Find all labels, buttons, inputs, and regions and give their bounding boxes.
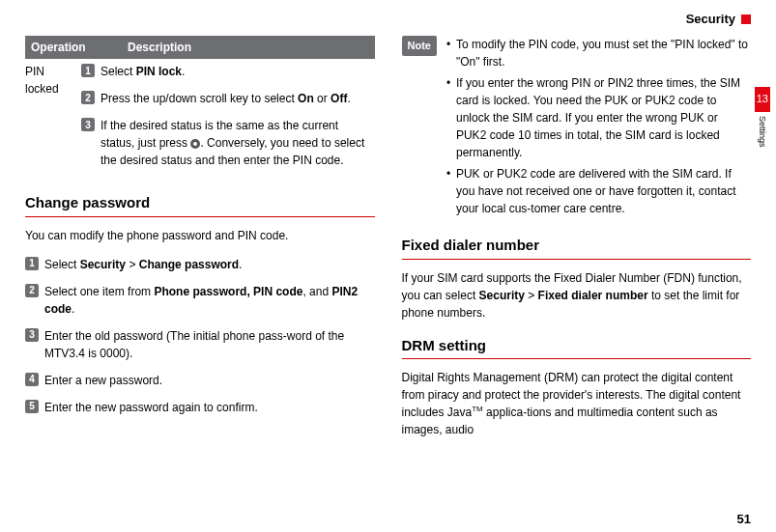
heading-change-password: Change password	[25, 192, 375, 217]
t: Phone password, PIN code	[154, 285, 302, 298]
header-marker-icon	[741, 14, 751, 24]
table-header-operation: Operation	[31, 39, 128, 56]
note-item-2: If you enter the wrong PIN or PIN2 three…	[446, 74, 751, 161]
t: On	[298, 92, 314, 105]
trademark-icon: TM	[472, 405, 483, 413]
note-label: Note	[402, 36, 437, 56]
right-column: Note To modify the PIN code, you must se…	[402, 36, 752, 438]
heading-drm: DRM setting	[402, 335, 752, 360]
op-step-2-text: Press the up/down scroll key to select O…	[101, 90, 375, 107]
cp-step-1: 1 Select Security > Change password.	[25, 256, 375, 273]
chapter-tab: 13 Settings	[755, 87, 770, 148]
cp-step-2: 2 Select one item from Phone password, P…	[25, 283, 375, 318]
change-password-intro: You can modify the phone password and PI…	[25, 227, 375, 244]
t: Security	[479, 289, 525, 302]
op-step-1-text: Select PIN lock.	[101, 63, 375, 80]
page-header: Security	[25, 12, 751, 26]
cp-step-2-text: Select one item from Phone password, PIN…	[44, 283, 375, 318]
t: Select	[101, 65, 136, 78]
cp-step-5-text: Enter the new password again to confirm.	[44, 399, 375, 416]
page-number: 51	[737, 512, 751, 526]
cp-step-4: 4 Enter a new password.	[25, 372, 375, 389]
op-step-3: 3 If the desired status is the same as t…	[81, 117, 375, 169]
t: Select	[44, 258, 80, 271]
left-column: Operation Description PIN locked 1 Selec…	[25, 36, 375, 438]
t: Press the up/down scroll key to select	[101, 92, 298, 105]
step-number-icon: 4	[25, 373, 39, 386]
note-item-1: To modify the PIN code, you must set the…	[446, 36, 751, 70]
table-header-description: Description	[128, 39, 191, 56]
t: Fixed dialer number	[538, 289, 648, 302]
step-number-icon: 2	[25, 284, 39, 297]
op-step-3-text: If the desired status is the same as the…	[101, 117, 375, 169]
heading-fixed-dialer: Fixed dialer number	[402, 235, 752, 260]
t: PIN lock	[136, 65, 182, 78]
t: or	[314, 92, 331, 105]
cp-step-4-text: Enter a new password.	[44, 372, 375, 389]
operation-steps: 1 Select PIN lock. 2 Press the up/down s…	[81, 63, 375, 179]
fixed-dialer-body: If your SIM card supports the Fixed Dial…	[402, 269, 752, 322]
t: .	[72, 302, 74, 316]
t: .	[182, 65, 185, 78]
note-item-3: PUK or PUK2 code are delivered with the …	[446, 165, 751, 217]
op-step-2: 2 Press the up/down scroll key to select…	[81, 90, 375, 107]
t: Security	[80, 258, 126, 271]
cp-step-3-text: Enter the old password (The initial phon…	[44, 327, 375, 362]
t: >	[126, 258, 139, 271]
step-number-icon: 5	[25, 400, 39, 413]
step-number-icon: 3	[81, 118, 95, 131]
cp-step-3: 3 Enter the old password (The initial ph…	[25, 327, 375, 362]
ok-button-icon	[190, 139, 200, 149]
change-password-steps: 1 Select Security > Change password. 2 S…	[25, 256, 375, 416]
t: Change password	[139, 258, 239, 271]
operation-name: PIN locked	[25, 63, 81, 179]
t: , and	[302, 285, 331, 298]
note-box: Note To modify the PIN code, you must se…	[402, 36, 752, 221]
header-title: Security	[686, 12, 735, 26]
t: Off	[331, 92, 347, 105]
step-number-icon: 2	[81, 91, 95, 104]
table-header: Operation Description	[25, 36, 375, 59]
chapter-label: Settings	[758, 116, 767, 148]
chapter-number: 13	[755, 87, 770, 112]
step-number-icon: 1	[25, 257, 39, 270]
op-step-1: 1 Select PIN lock.	[81, 63, 375, 80]
note-body: To modify the PIN code, you must set the…	[446, 36, 751, 221]
t: .	[239, 258, 242, 271]
t: Select one item from	[44, 285, 154, 298]
t: >	[525, 289, 538, 302]
step-number-icon: 1	[81, 64, 95, 77]
table-row: PIN locked 1 Select PIN lock. 2 Press th…	[25, 59, 375, 179]
step-number-icon: 3	[25, 328, 39, 342]
drm-body: Digital Rights Management (DRM) can prot…	[402, 369, 752, 438]
cp-step-1-text: Select Security > Change password.	[44, 256, 375, 273]
cp-step-5: 5 Enter the new password again to confir…	[25, 399, 375, 416]
t: .	[347, 92, 350, 105]
